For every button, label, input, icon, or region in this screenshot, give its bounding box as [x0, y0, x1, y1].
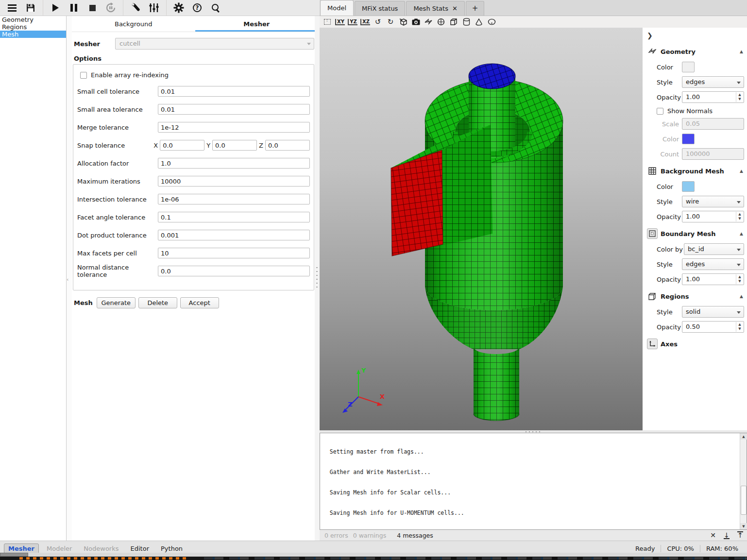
mode-python-button[interactable]: Python [157, 544, 187, 553]
boundary-mesh-icon[interactable] [647, 228, 658, 239]
rotate-right-button[interactable]: ↻ [385, 17, 396, 27]
rotate-left-button[interactable]: ↺ [372, 17, 384, 27]
tab-mesh-stats[interactable]: Mesh Stats ✕ [406, 1, 464, 16]
run-button[interactable] [46, 1, 65, 15]
snap-x-input[interactable] [160, 140, 204, 151]
reset-button[interactable] [102, 1, 120, 15]
scroll-to-top-button[interactable]: ↑ [733, 531, 747, 539]
terminal-scrollbar[interactable]: ▲ ▼ [740, 433, 747, 529]
spin-arrows-icon[interactable]: ▲▼ [736, 92, 743, 102]
perspective-button[interactable] [397, 17, 409, 27]
small-cell-tolerance-input[interactable] [158, 86, 310, 97]
menu-button[interactable] [3, 1, 21, 15]
mode-nodeworks-button[interactable]: Nodeworks [80, 544, 122, 553]
geometry-section-header[interactable]: Geometry ▲ [643, 45, 747, 58]
box-widget-button[interactable] [448, 17, 459, 27]
sidebar-collapse-button[interactable]: ❯ [647, 32, 656, 40]
normal-distance-tolerance-input[interactable] [158, 266, 310, 276]
background-mesh-section-header[interactable]: Background Mesh ▲ [643, 165, 747, 177]
reset-view-button[interactable] [322, 17, 333, 27]
accept-button[interactable]: Accept [180, 297, 219, 308]
scrollbar-handle[interactable] [0, 553, 28, 557]
boundary-mesh-opacity-spinbox[interactable]: 1.00 ▲▼ [682, 273, 744, 285]
snap-y-input[interactable] [212, 140, 257, 151]
stop-button[interactable] [83, 1, 102, 15]
max-facets-per-cell-input[interactable] [158, 248, 310, 258]
enable-array-reindexing-checkbox[interactable]: Enable array re-indexing [80, 71, 310, 79]
mode-mesher-button[interactable]: Mesher [4, 543, 39, 554]
pause-button[interactable] [65, 1, 83, 15]
output-terminal[interactable]: Setting master from flags... Gather and … [320, 433, 747, 530]
cone-widget-button[interactable] [473, 17, 485, 27]
background-mesh-style-select[interactable]: wire [682, 196, 744, 207]
allocation-factor-input[interactable] [158, 158, 310, 169]
background-mesh-opacity-spinbox[interactable]: 1.00 ▲▼ [682, 211, 744, 222]
warnings-count[interactable]: 0 warnings [353, 532, 387, 539]
tab-background[interactable]: Background [72, 17, 195, 32]
messages-count[interactable]: 4 messages [397, 532, 433, 539]
axes-section-header[interactable]: Axes [643, 338, 747, 350]
sphere-widget-button[interactable] [435, 17, 447, 27]
mesher-select[interactable]: cutcell [115, 38, 314, 50]
intersection-tolerance-input[interactable] [158, 194, 310, 204]
search-button[interactable] [206, 1, 225, 15]
view-xz-button[interactable]: XZ [359, 17, 371, 27]
scroll-to-bottom-button[interactable]: ↓ [720, 531, 733, 539]
spin-arrows-icon[interactable]: ▲▼ [736, 322, 743, 332]
tab-model[interactable]: Model [320, 0, 354, 16]
settings-wrench-button[interactable] [126, 1, 145, 15]
generate-button[interactable]: Generate [97, 297, 136, 308]
parameters-button[interactable] [145, 1, 163, 15]
snap-z-input[interactable] [265, 140, 310, 151]
scroll-up-arrow[interactable]: ▲ [740, 433, 747, 440]
clear-messages-button[interactable]: ✕ [706, 531, 720, 539]
scrollbar-thumb[interactable] [741, 486, 747, 515]
delete-button[interactable]: Delete [138, 297, 177, 308]
tab-mesher[interactable]: Mesher [195, 17, 319, 32]
dot-product-tolerance-input[interactable] [158, 230, 310, 240]
view-xy-button[interactable]: XY [334, 17, 346, 27]
vtk-3d-view[interactable]: Y X Z [320, 28, 643, 430]
regions-section-header[interactable]: Regions ▲ [643, 290, 747, 303]
mesh-actions-label: Mesh [74, 299, 93, 306]
regions-opacity-spinbox[interactable]: 0.50 ▲▼ [682, 321, 744, 333]
screenshot-button[interactable] [410, 17, 422, 27]
sidebar-item-regions[interactable]: Regions [0, 23, 66, 31]
help-button[interactable]: ? [188, 1, 206, 15]
boundary-mesh-section-header[interactable]: Boundary Mesh ▲ [643, 227, 747, 240]
tab-mfix-status[interactable]: MFiX status [355, 1, 405, 16]
close-tab-icon[interactable]: ✕ [452, 1, 458, 16]
visibility-menu-button[interactable] [423, 17, 434, 27]
maximum-iterations-input[interactable] [158, 176, 310, 187]
save-button[interactable] [21, 1, 40, 15]
ellipse-widget-button[interactable] [486, 17, 497, 27]
nav-collapse-handle[interactable]: ‹ [67, 16, 72, 541]
sidebar-item-mesh[interactable]: Mesh [0, 31, 66, 38]
facet-angle-tolerance-input[interactable] [158, 212, 310, 222]
axes-icon[interactable] [647, 339, 658, 349]
scroll-down-arrow[interactable]: ▼ [740, 523, 747, 529]
spin-arrows-icon[interactable]: ▲▼ [736, 212, 743, 221]
spin-arrows-icon[interactable]: ▲▼ [736, 274, 743, 284]
axes-section-title: Axes [661, 340, 743, 348]
cylinder-widget-button[interactable] [460, 17, 472, 27]
boundary-mesh-color-by-select[interactable]: bc_id [684, 243, 744, 255]
mode-editor-button[interactable]: Editor [127, 544, 153, 553]
sidebar-item-geometry[interactable]: Geometry [0, 16, 66, 23]
boundary-mesh-style-select[interactable]: edges [682, 258, 744, 270]
merge-tolerance-input[interactable] [158, 122, 310, 133]
background-mesh-color-swatch[interactable] [682, 181, 695, 192]
geometry-style-select[interactable]: edges [682, 76, 744, 88]
panel-splitter[interactable] [315, 16, 320, 541]
show-normals-checkbox[interactable]: Show Normals [657, 107, 744, 115]
regions-style-select[interactable]: solid [682, 306, 744, 318]
geometry-color-swatch[interactable] [682, 62, 695, 72]
mode-modeler-button[interactable]: Modeler [43, 544, 76, 553]
small-area-tolerance-input[interactable] [158, 104, 310, 115]
add-tab-button[interactable]: + [466, 1, 485, 16]
errors-count[interactable]: 0 errors [324, 532, 348, 539]
horizontal-scrollbar[interactable] [0, 553, 747, 557]
view-yz-button[interactable]: YZ [347, 17, 358, 27]
preferences-button[interactable] [170, 1, 188, 15]
geometry-opacity-spinbox[interactable]: 1.00 ▲▼ [682, 91, 744, 103]
